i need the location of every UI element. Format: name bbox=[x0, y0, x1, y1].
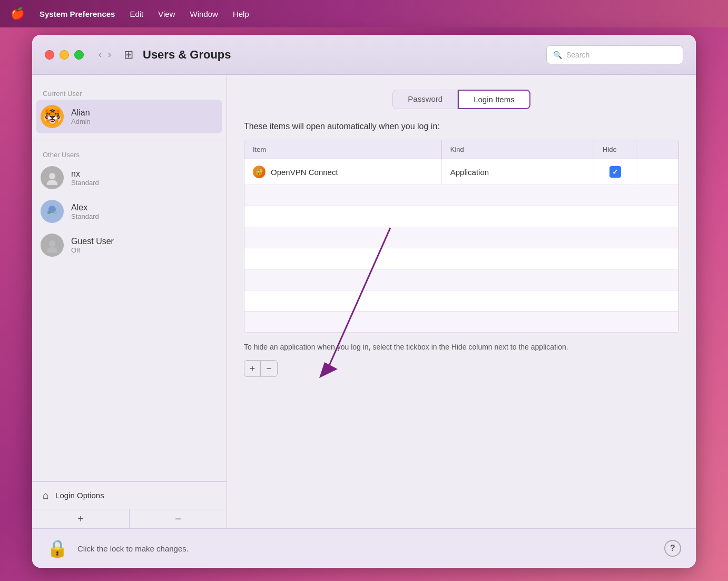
nx-name: nx bbox=[71, 169, 99, 179]
login-options-row[interactable]: ⌂ Login Options bbox=[32, 481, 227, 509]
guest-info: Guest User Off bbox=[71, 237, 114, 254]
col-header-item: Item bbox=[244, 140, 442, 159]
item-name-text: OpenVPN Connect bbox=[271, 168, 338, 177]
empty-row-5 bbox=[244, 269, 678, 290]
nx-role: Standard bbox=[71, 179, 99, 187]
col-header-kind: Kind bbox=[442, 140, 594, 159]
td-item-kind: Application bbox=[442, 161, 594, 183]
guest-role: Off bbox=[71, 246, 114, 254]
empty-row-2 bbox=[244, 206, 678, 227]
empty-row-4 bbox=[244, 248, 678, 269]
main-add-remove: + − bbox=[244, 360, 679, 377]
lock-text: Click the lock to make changes. bbox=[77, 544, 189, 553]
alex-info: Alex Standard bbox=[71, 203, 99, 220]
description-text: These items will open automatically when… bbox=[244, 122, 679, 131]
bottom-bar: 🔒 Click the lock to make changes. ? bbox=[32, 528, 696, 568]
guest-avatar bbox=[41, 234, 64, 257]
close-button[interactable] bbox=[45, 50, 54, 60]
nx-info: nx Standard bbox=[71, 169, 99, 187]
guest-name: Guest User bbox=[71, 237, 114, 246]
search-placeholder: Search bbox=[566, 51, 589, 59]
menubar-system-preferences[interactable]: System Preferences bbox=[40, 9, 115, 18]
home-icon: ⌂ bbox=[43, 489, 49, 501]
main-panel: Password Login Items These items will op… bbox=[227, 75, 696, 528]
current-user-info: Alian Admin bbox=[71, 108, 91, 125]
svg-point-6 bbox=[47, 247, 57, 253]
menubar-help[interactable]: Help bbox=[233, 9, 249, 18]
empty-row-1 bbox=[244, 185, 678, 206]
sidebar-item-nx[interactable]: nx Standard bbox=[32, 161, 227, 195]
menubar-edit[interactable]: Edit bbox=[130, 9, 143, 18]
menubar: 🍎 System Preferences Edit View Window He… bbox=[0, 0, 728, 27]
empty-row-6 bbox=[244, 290, 678, 312]
col-header-extra2 bbox=[657, 140, 678, 159]
maximize-button[interactable] bbox=[74, 50, 84, 60]
col-header-hide: Hide bbox=[594, 140, 636, 159]
nx-avatar bbox=[41, 166, 64, 189]
search-bar[interactable]: 🔍 Search bbox=[546, 45, 683, 64]
td-item-hide[interactable]: ✓ bbox=[594, 160, 636, 184]
table-header: Item Kind Hide bbox=[244, 140, 678, 159]
minimize-button[interactable] bbox=[60, 50, 69, 60]
window-title: Users & Groups bbox=[143, 48, 231, 62]
main-window: ‹ › ⊞ Users & Groups 🔍 Search Current Us… bbox=[32, 35, 696, 568]
items-table: Item Kind Hide 🔐 OpenVPN Connect Applica… bbox=[244, 140, 679, 333]
svg-point-3 bbox=[47, 211, 51, 214]
content-area: Current User 🐯 Alian Admin Other Users bbox=[32, 75, 696, 528]
grid-icon[interactable]: ⊞ bbox=[124, 48, 133, 62]
sidebar-remove-button[interactable]: − bbox=[130, 509, 227, 528]
sidebar: Current User 🐯 Alian Admin Other Users bbox=[32, 75, 227, 528]
hide-checkbox[interactable]: ✓ bbox=[609, 166, 621, 178]
lock-icon[interactable]: 🔒 bbox=[47, 538, 68, 558]
svg-point-5 bbox=[49, 240, 55, 247]
alex-avatar bbox=[41, 200, 64, 223]
alex-name: Alex bbox=[71, 203, 99, 212]
sidebar-add-remove-bar: + − bbox=[32, 509, 227, 528]
titlebar: ‹ › ⊞ Users & Groups 🔍 Search bbox=[32, 35, 696, 75]
menubar-view[interactable]: View bbox=[158, 9, 175, 18]
forward-arrow-icon[interactable]: › bbox=[108, 49, 111, 60]
traffic-lights bbox=[45, 50, 84, 60]
main-remove-button[interactable]: − bbox=[261, 360, 278, 377]
current-user-role: Admin bbox=[71, 118, 91, 125]
vpn-icon: 🔐 bbox=[253, 166, 265, 178]
empty-row-7 bbox=[244, 312, 678, 333]
col-header-extra bbox=[636, 140, 657, 159]
main-add-button[interactable]: + bbox=[244, 360, 261, 377]
current-user-label: Current User bbox=[32, 85, 227, 100]
svg-point-4 bbox=[54, 211, 57, 214]
menubar-window[interactable]: Window bbox=[190, 9, 218, 18]
current-user-avatar: 🐯 bbox=[41, 105, 64, 128]
back-arrow-icon[interactable]: ‹ bbox=[99, 49, 102, 60]
td-item-name: 🔐 OpenVPN Connect bbox=[244, 159, 442, 185]
table-row[interactable]: 🔐 OpenVPN Connect Application ✓ bbox=[244, 159, 678, 185]
apple-logo-icon[interactable]: 🍎 bbox=[11, 7, 25, 21]
sidebar-item-guest[interactable]: Guest User Off bbox=[32, 228, 227, 262]
search-icon: 🔍 bbox=[553, 51, 562, 59]
sidebar-add-button[interactable]: + bbox=[32, 509, 130, 528]
alex-role: Standard bbox=[71, 212, 99, 220]
sidebar-divider bbox=[32, 140, 227, 140]
svg-point-1 bbox=[47, 180, 57, 185]
help-button[interactable]: ? bbox=[664, 540, 681, 557]
nav-arrows: ‹ › bbox=[99, 49, 111, 60]
tab-login-items[interactable]: Login Items bbox=[458, 90, 530, 109]
login-options-label: Login Options bbox=[55, 491, 104, 500]
empty-row-3 bbox=[244, 227, 678, 248]
sidebar-item-alex[interactable]: Alex Standard bbox=[32, 195, 227, 228]
current-user-name: Alian bbox=[71, 108, 91, 118]
current-user-item[interactable]: 🐯 Alian Admin bbox=[36, 100, 222, 133]
footer-text: To hide an application when you log in, … bbox=[244, 342, 623, 353]
tab-password[interactable]: Password bbox=[392, 90, 458, 109]
tabs: Password Login Items bbox=[244, 90, 679, 109]
other-users-label: Other Users bbox=[32, 147, 227, 161]
sidebar-spacer bbox=[32, 262, 227, 481]
svg-point-0 bbox=[49, 173, 55, 179]
